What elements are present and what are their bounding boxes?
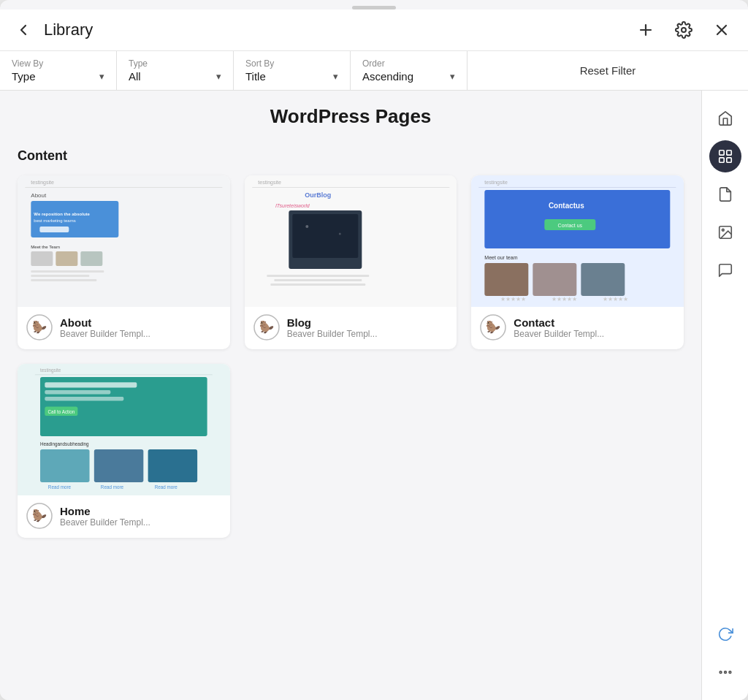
svg-text:Headingandsubheading: Headingandsubheading — [40, 441, 89, 447]
more-sidebar-button[interactable] — [709, 656, 741, 688]
refresh-sidebar-button[interactable] — [709, 618, 741, 650]
svg-point-75 — [722, 229, 724, 231]
svg-rect-31 — [267, 275, 369, 277]
svg-text:Meet the Team: Meet the Team — [31, 245, 60, 249]
order-filter[interactable]: Order Ascending ▾ — [351, 51, 468, 90]
card-info-blog: 🦫 Blog Beaver Builder Templ... — [245, 307, 457, 349]
order-value-row: Ascending ▾ — [362, 70, 455, 83]
card-sub-contact: Beaver Builder Templ... — [514, 329, 604, 339]
pages-sidebar-button[interactable] — [709, 178, 741, 210]
sort-by-label: Sort By — [245, 58, 338, 69]
svg-rect-54 — [35, 374, 213, 375]
back-button[interactable] — [12, 18, 35, 42]
image-sidebar-button[interactable] — [709, 216, 741, 248]
reset-filter-button[interactable]: Reset Filter — [580, 64, 636, 77]
add-button[interactable] — [634, 18, 657, 42]
card-home[interactable]: testingsite Call to Action Headingandsub… — [18, 364, 230, 538]
svg-rect-44 — [485, 263, 529, 296]
svg-rect-45 — [533, 263, 577, 296]
svg-rect-18 — [31, 275, 89, 277]
svg-text:Contact us: Contact us — [558, 223, 583, 228]
card-info-contact: 🦫 Contact Beaver Builder Templ... — [471, 307, 684, 349]
library-sidebar-button[interactable] — [709, 140, 741, 172]
svg-point-77 — [724, 672, 726, 674]
svg-text:We reposition the absolute: We reposition the absolute — [34, 212, 90, 216]
svg-text:testingsite: testingsite — [485, 180, 508, 186]
svg-rect-7 — [25, 187, 222, 188]
wordpress-pages-title: WordPress Pages — [18, 105, 684, 128]
svg-text:testingsite: testingsite — [31, 180, 54, 186]
svg-point-30 — [338, 233, 340, 235]
card-sub-home: Beaver Builder Templ... — [60, 517, 150, 528]
card-blog[interactable]: testingsite OurBlog ITsureteisworld — [245, 175, 457, 349]
card-info-home: 🦫 Home Beaver Builder Templ... — [18, 495, 230, 538]
page-title: Library — [44, 20, 93, 39]
section-label: Content — [18, 148, 684, 164]
card-about[interactable]: testingsite About We reposition the abso… — [18, 175, 230, 349]
card-text-contact: Contact Beaver Builder Templ... — [514, 316, 604, 339]
svg-rect-17 — [31, 270, 104, 273]
cards-grid: testingsite About We reposition the abso… — [18, 175, 684, 349]
comment-sidebar-button[interactable] — [709, 254, 741, 286]
svg-text:🦫: 🦫 — [32, 320, 47, 334]
svg-rect-5 — [25, 175, 222, 307]
beaver-icon-home: 🦫 — [26, 503, 53, 529]
svg-rect-72 — [719, 158, 723, 162]
sort-by-value-row: Title ▾ — [245, 70, 338, 83]
svg-text:Read more: Read more — [155, 484, 178, 490]
home-sidebar-button[interactable] — [709, 102, 741, 134]
card-contact[interactable]: testingsite Contactus Contact us Meet ou… — [471, 175, 684, 349]
card-sub-blog: Beaver Builder Templ... — [287, 329, 378, 339]
app-window: Library View By — [0, 0, 748, 700]
type-filter[interactable]: Type All ▾ — [117, 51, 234, 90]
sort-by-value: Title — [245, 70, 266, 83]
svg-rect-32 — [274, 279, 362, 281]
svg-text:Read more: Read more — [101, 484, 124, 490]
svg-text:★★★★★: ★★★★★ — [501, 296, 527, 303]
view-by-value: Type — [12, 70, 36, 83]
content-area: WordPress Pages Content testingsite Abou… — [0, 91, 701, 700]
svg-rect-71 — [726, 151, 730, 155]
card-name-about: About — [60, 316, 150, 329]
svg-rect-38 — [479, 187, 676, 188]
card-name-contact: Contact — [514, 316, 604, 329]
card-thumb-about: testingsite About We reposition the abso… — [18, 175, 230, 307]
svg-point-76 — [720, 672, 722, 674]
type-arrow-icon: ▾ — [216, 71, 221, 82]
sort-by-arrow-icon: ▾ — [333, 71, 338, 82]
svg-rect-63 — [94, 449, 144, 482]
type-value: All — [129, 70, 141, 83]
svg-rect-46 — [581, 263, 625, 296]
svg-text:ITsureteisworld: ITsureteisworld — [275, 203, 310, 208]
card-name-blog: Blog — [287, 316, 378, 329]
svg-text:Contactus: Contactus — [549, 202, 584, 210]
svg-text:testingsite: testingsite — [258, 180, 281, 186]
view-by-filter[interactable]: View By Type ▾ — [0, 51, 117, 90]
close-button[interactable] — [710, 18, 733, 42]
svg-text:★★★★★: ★★★★★ — [603, 296, 629, 303]
view-by-value-row: Type ▾ — [12, 70, 104, 83]
type-value-row: All ▾ — [129, 70, 221, 83]
view-by-arrow-icon: ▾ — [99, 71, 104, 82]
card-thumb-contact: testingsite Contactus Contact us Meet ou… — [471, 175, 684, 307]
main-area: WordPress Pages Content testingsite Abou… — [0, 91, 748, 700]
svg-rect-14 — [31, 251, 53, 266]
header-left: Library — [12, 18, 93, 42]
order-value: Ascending — [362, 70, 413, 83]
order-arrow-icon: ▾ — [450, 71, 455, 82]
beaver-icon-blog: 🦫 — [253, 314, 280, 341]
svg-text:Read more: Read more — [48, 484, 72, 490]
card-name-home: Home — [60, 505, 150, 517]
reset-filter-item[interactable]: Reset Filter — [468, 51, 748, 90]
svg-rect-62 — [40, 449, 90, 482]
svg-point-78 — [729, 672, 731, 674]
card-thumb-blog: testingsite OurBlog ITsureteisworld — [245, 175, 457, 307]
single-row: testingsite Call to Action Headingandsub… — [18, 364, 684, 538]
svg-text:Call to Action: Call to Action — [47, 409, 75, 414]
card-thumb-home: testingsite Call to Action Headingandsub… — [18, 364, 230, 495]
settings-button[interactable] — [672, 18, 695, 42]
beaver-icon-about: 🦫 — [26, 314, 53, 341]
svg-rect-64 — [148, 449, 197, 482]
svg-rect-56 — [45, 382, 137, 387]
sort-by-filter[interactable]: Sort By Title ▾ — [234, 51, 351, 90]
